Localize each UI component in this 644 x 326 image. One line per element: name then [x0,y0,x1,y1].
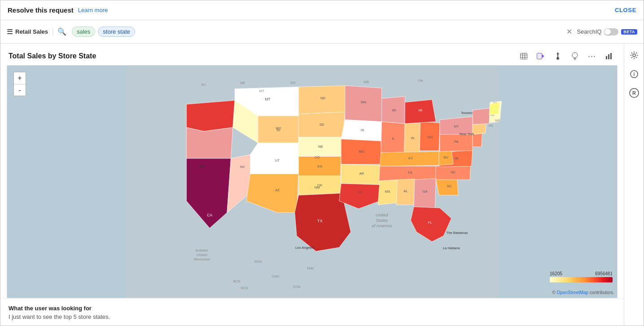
map-container[interactable]: + - [7,65,618,298]
beta-badge: BETA [621,29,637,35]
label-ny: NY [454,124,459,128]
state-ct [473,123,486,135]
datasource-label: Retail Sales [15,28,48,35]
svg-point-9 [572,53,578,58]
bar-chart-icon [605,53,613,60]
label-al: AL [403,189,408,193]
map-legend: 16205 6956481 [550,271,613,282]
label-bc: BC [202,83,206,87]
spotiq-icon: R [629,88,639,98]
label-ar: AR [359,172,364,176]
chip-store-state[interactable]: store state [98,26,135,37]
searchiq-toggle[interactable] [604,28,618,35]
svg-rect-0 [521,53,527,59]
label-il: IL [392,137,395,141]
table-icon [520,53,527,59]
svg-rect-5 [537,53,542,59]
label-tam: TAM [307,266,314,270]
more-options-btn[interactable]: ··· [585,50,599,62]
bottom-text: I just want to see the top 5 store state… [9,313,616,320]
label-toronto: Toronto [461,111,473,115]
state-wa [186,101,235,132]
zoom-out-button[interactable]: - [14,84,26,96]
label-ab: AB [240,81,245,85]
datasource-selector[interactable]: ☰ Retail Sales [7,28,53,36]
label-nd: ND [320,96,326,100]
svg-text:Mexicanos: Mexicanos [193,257,210,261]
insight-btn[interactable] [568,50,582,62]
chip-sales[interactable]: sales [72,26,95,37]
label-chh: CHH [272,274,279,278]
pin-icon [555,52,561,60]
info-icon: i [630,70,638,78]
search-icon: 🔍 [57,27,66,36]
map-attribution: © OpenStreetMap contributors. [552,290,614,295]
state-vt [473,108,490,124]
label-newyork: New York [460,132,474,136]
label-bahamas: The Bahamas [447,231,468,235]
label-wv: WV [443,156,448,159]
label-la: LA [358,190,363,194]
legend-min: 16205 [550,271,562,276]
chart-title: Total Sales by Store State [9,52,96,60]
label-in: IN [411,136,415,140]
resolve-title: Resolve this request [8,6,74,14]
label-mo: MO [359,150,364,154]
state-ut [250,143,299,174]
label-mt: MT [265,97,271,101]
label-usa: United [376,212,388,217]
openstreetmap-link[interactable]: OpenStreetMap [557,290,589,295]
lightbulb-icon [571,52,578,60]
svg-text:Unidos: Unidos [197,253,207,257]
right-sidebar: i R [624,44,644,326]
label-mexico: Estados [196,248,208,252]
label-tn: TN [407,171,412,175]
label-lahavana: La Habana [443,246,460,250]
label-co: CO [315,155,320,159]
table-view-btn[interactable] [517,50,530,62]
svg-rect-11 [608,54,609,59]
label-az: AZ [275,188,280,192]
label-ms: MS [385,189,390,194]
top-bar-left: Resolve this request Learn more [8,6,108,14]
svg-text:of America: of America [372,223,392,228]
svg-text:MB: MB [364,80,369,84]
video-icon [537,53,545,59]
video-btn[interactable] [534,50,548,62]
gear-icon [630,51,638,59]
label-ks: KS [318,164,322,168]
settings-btn[interactable] [626,47,642,63]
label-pa: PA [454,140,459,144]
us-map-svg: OR CA NV ID MT WY UT AZ CO NM ND SD NE K… [7,66,617,298]
attribution-suffix: contributors. [590,290,614,295]
r-btn[interactable]: R [626,85,642,101]
svg-text:NS: NS [488,123,493,128]
svg-point-26 [633,54,635,57]
more-icon: ··· [588,52,596,61]
svg-text:R: R [632,90,636,96]
label-mi: MI [418,108,422,112]
bottom-heading: What the user was looking for [9,305,616,312]
label-va: VA [454,156,459,160]
label-fl: FL [428,220,433,225]
pin-btn[interactable] [551,50,565,62]
label-coa: COA [293,285,301,289]
label-tx: TX [317,218,323,223]
chart-area: Total Sales by Store State [0,44,624,326]
chart-header: Total Sales by Store State [0,44,624,65]
state-or [186,128,232,159]
close-button[interactable]: CLOSE [615,7,636,13]
label-ca: CA [207,213,212,217]
zoom-in-button[interactable]: + [14,72,26,84]
chart-tools: ··· [517,50,616,62]
label-ga: GA [423,189,428,194]
learn-more-link[interactable]: Learn more [78,7,108,13]
info-btn[interactable]: i [626,66,642,82]
search-bar: ☰ Retail Sales 🔍 sales store state ✕ Sea… [0,20,644,44]
label-mn: MN [361,100,366,104]
top-bar: Resolve this request Learn more CLOSE [0,0,644,20]
chart-type-btn[interactable] [602,50,616,62]
svg-rect-10 [606,56,607,59]
search-clear-button[interactable]: ✕ [566,27,572,36]
legend-values: 16205 6956481 [550,271,613,276]
